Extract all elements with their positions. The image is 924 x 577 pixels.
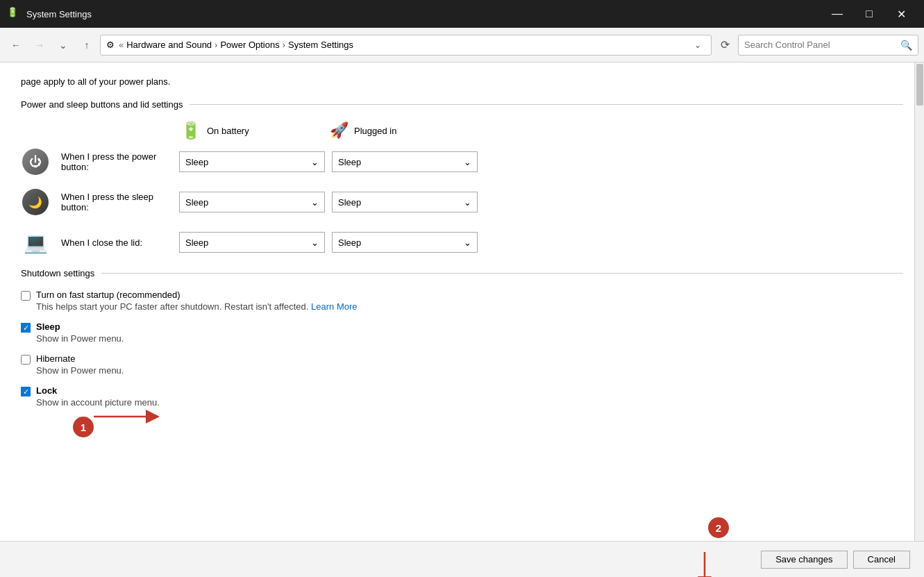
shutdown-section: Shutdown settings Turn on fast startup (… (21, 268, 903, 408)
app-icon: 🔋 (7, 7, 21, 21)
search-input[interactable] (744, 40, 900, 50)
sleep-row: ✓ Sleep Show in Power menu. (21, 321, 903, 344)
hibernate-title: Hibernate (36, 353, 124, 364)
lid-plugged-select[interactable]: Sleep ⌄ (332, 232, 478, 253)
sleep-battery-value: Sleep (185, 197, 208, 208)
hibernate-row: Hibernate Show in Power menu. (21, 353, 903, 376)
save-button[interactable]: Save changes (761, 551, 847, 569)
power-plugged-value: Sleep (338, 157, 361, 167)
power-battery-value: Sleep (185, 157, 208, 167)
fast-startup-checkbox[interactable] (21, 291, 31, 301)
lock-checkbox[interactable]: ✓ (21, 387, 31, 396)
col-plugged-label: Plugged in (354, 126, 396, 136)
section2-header: Shutdown settings (21, 268, 903, 278)
window-title: System Settings (26, 9, 821, 19)
sleep-checkbox[interactable]: ✓ (21, 323, 31, 333)
power-battery-select[interactable]: Sleep ⌄ (179, 151, 325, 172)
col-battery-label: On battery (207, 126, 249, 136)
hibernate-desc: Show in Power menu. (36, 365, 124, 376)
lid-close-icon: 💻 (21, 228, 50, 257)
minimize-button[interactable]: — (821, 0, 853, 28)
learn-more-link[interactable]: Learn More (311, 301, 357, 312)
path-sep1: › (215, 40, 217, 50)
lock-desc: Show in account picture menu. (36, 397, 160, 408)
cancel-button[interactable]: Cancel (853, 551, 910, 569)
power-battery-chevron: ⌄ (311, 157, 319, 167)
forward-button[interactable]: → (29, 35, 50, 56)
path-part3: System Settings (288, 40, 353, 50)
address-path[interactable]: ⚙ « Hardware and Sound › Power Options ›… (100, 35, 712, 56)
path-icon: ⚙ (106, 40, 115, 50)
footer: Save changes Cancel (0, 541, 924, 577)
section1-header: Power and sleep buttons and lid settings (21, 99, 903, 110)
sleep-battery-chevron: ⌄ (311, 197, 319, 208)
scrollbar-thumb[interactable] (916, 64, 923, 106)
content-area: page apply to all of your power plans. P… (0, 62, 924, 541)
power-button-icon: ⏻ (21, 147, 50, 176)
main-content: page apply to all of your power plans. P… (0, 62, 924, 577)
title-bar: 🔋 System Settings — □ ✕ (0, 0, 924, 28)
fast-startup-title: Turn on fast startup (recommended) (36, 290, 358, 300)
window-controls: — □ ✕ (821, 0, 917, 28)
sleep-button-label: When I press the sleep button: (61, 192, 179, 212)
lid-battery-chevron: ⌄ (311, 237, 319, 248)
scrollbar[interactable] (914, 62, 924, 541)
hibernate-checkbox[interactable] (21, 355, 31, 365)
lid-plugged-value: Sleep (338, 237, 361, 248)
sleep-plugged-select[interactable]: Sleep ⌄ (332, 192, 478, 212)
sleep-plugged-value: Sleep (338, 197, 361, 208)
battery-icon: 🔋 (180, 121, 201, 140)
column-headers: 🔋 On battery 🚀 Plugged in (180, 121, 903, 140)
search-icon: 🔍 (900, 40, 912, 51)
plugged-icon: 🚀 (330, 122, 348, 140)
sleep-button-icon: 🌙 (21, 187, 50, 217)
lid-battery-value: Sleep (185, 237, 208, 248)
power-button-label: When I press the power button: (61, 151, 179, 172)
power-plugged-select[interactable]: Sleep ⌄ (332, 151, 478, 172)
col-plugged: 🚀 Plugged in (330, 121, 479, 140)
path-part2: Power Options (220, 40, 279, 50)
lid-close-row: 💻 When I close the lid: Sleep ⌄ Sleep ⌄ (21, 228, 903, 257)
section2-title: Shutdown settings (21, 268, 94, 278)
sleep-battery-select[interactable]: Sleep ⌄ (179, 192, 325, 212)
path-separator-1: « (119, 40, 124, 50)
power-plugged-chevron: ⌄ (464, 157, 471, 167)
maximize-button[interactable]: □ (853, 0, 885, 28)
lock-title: Lock (36, 385, 160, 396)
fast-startup-desc: This helps start your PC faster after sh… (36, 301, 358, 312)
section1-title: Power and sleep buttons and lid settings (21, 99, 183, 110)
path-part1: Hardware and Sound (126, 40, 212, 50)
close-button[interactable]: ✕ (885, 0, 917, 28)
fast-startup-row: Turn on fast startup (recommended) This … (21, 290, 903, 312)
lock-row: ✓ Lock Show in account picture menu. (21, 385, 903, 408)
address-bar: ← → ⌄ ↑ ⚙ « Hardware and Sound › Power O… (0, 28, 924, 62)
back-button[interactable]: ← (6, 35, 26, 56)
lid-plugged-chevron: ⌄ (464, 237, 471, 248)
refresh-button[interactable]: ⟳ (714, 35, 735, 56)
sleep-plugged-chevron: ⌄ (464, 197, 471, 208)
top-text: page apply to all of your power plans. (21, 76, 903, 87)
search-box[interactable]: 🔍 (738, 35, 918, 56)
section1-line (190, 104, 903, 105)
power-button-row: ⏻ When I press the power button: Sleep ⌄… (21, 147, 903, 176)
lid-battery-select[interactable]: Sleep ⌄ (179, 232, 325, 253)
recent-button[interactable]: ⌄ (53, 35, 74, 56)
sleep-button-row: 🌙 When I press the sleep button: Sleep ⌄… (21, 187, 903, 217)
sleep-desc: Show in Power menu. (36, 333, 124, 344)
up-button[interactable]: ↑ (76, 35, 97, 56)
path-sep2: › (283, 40, 285, 50)
lid-close-label: When I close the lid: (61, 237, 179, 248)
sleep-title: Sleep (36, 321, 124, 332)
col-battery: 🔋 On battery (180, 121, 330, 140)
path-dropdown-button[interactable]: ⌄ (690, 40, 705, 50)
section2-line (101, 273, 903, 274)
